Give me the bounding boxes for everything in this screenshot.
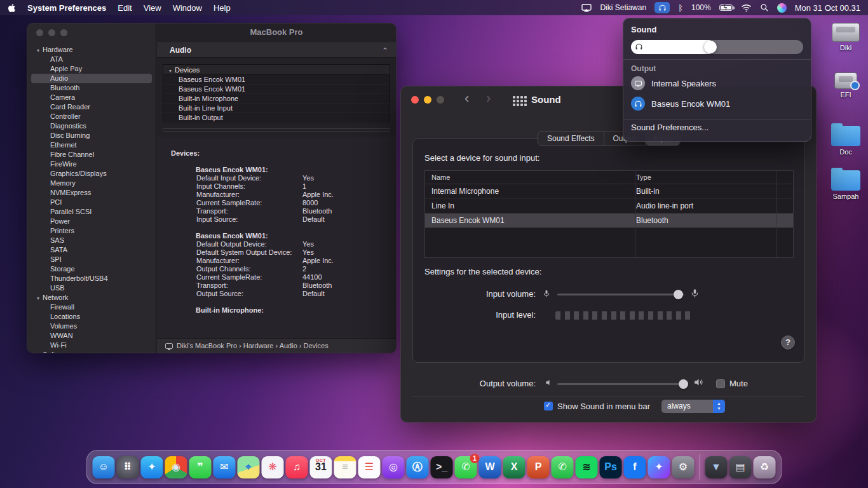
pane-splitter[interactable]	[163, 126, 390, 132]
dock-word[interactable]: W	[479, 456, 501, 478]
dock-music[interactable]: ♫	[286, 456, 308, 478]
column-header-name[interactable]: Name	[425, 171, 630, 184]
menubar-app-name[interactable]: System Preferences	[27, 3, 106, 13]
dock-external-drive[interactable]: ▤	[729, 456, 752, 478]
slider-knob[interactable]	[674, 290, 683, 299]
mute-checkbox[interactable]	[716, 379, 725, 388]
dock-notes[interactable]: ≡	[334, 456, 356, 478]
sidebar-item[interactable]: Thunderbolt/USB4	[31, 274, 152, 283]
table-row[interactable]: Line In Audio line-in port	[425, 199, 793, 214]
slider-knob[interactable]	[704, 41, 717, 53]
back-button[interactable]: ‹	[465, 90, 469, 107]
tree-group-devices[interactable]: Devices	[163, 65, 390, 75]
dock-reminders[interactable]: ☰	[358, 456, 381, 478]
tree-row[interactable]: Built-in Output	[163, 113, 390, 123]
dock-maps[interactable]: ⌖	[238, 456, 260, 478]
dock-powerpoint[interactable]: P	[527, 456, 550, 478]
menubar-menu[interactable]: Help	[214, 3, 231, 13]
dock-downloads[interactable]: ▼	[705, 456, 728, 478]
dock-photos[interactable]: ❋	[262, 456, 284, 478]
dock-spotify[interactable]: ≋	[576, 456, 598, 478]
close-button[interactable]	[411, 96, 419, 104]
sidebar-item[interactable]: ATA	[31, 55, 152, 64]
popover-volume-slider[interactable]	[631, 40, 803, 54]
column-divider[interactable]	[635, 171, 635, 257]
show-all-grid-icon[interactable]	[513, 96, 515, 98]
sidebar-item[interactable]: Memory	[31, 179, 152, 188]
table-row[interactable]: Baseus Encok WM01 Bluetooth	[425, 214, 793, 228]
dock-messenger[interactable]: ✦	[648, 456, 670, 478]
sidebar-item[interactable]: Storage	[31, 264, 152, 274]
dock-mail[interactable]: ✉	[214, 456, 236, 478]
close-button[interactable]	[36, 29, 43, 36]
screen-mirroring-icon[interactable]	[581, 4, 592, 12]
sidebar-item[interactable]: Card Reader	[31, 102, 152, 112]
sidebar-item[interactable]: Printers	[31, 226, 152, 236]
battery-icon[interactable]: ϟ	[719, 4, 733, 11]
sidebar-item[interactable]: USB	[31, 283, 152, 293]
menubar-menu[interactable]: Edit	[118, 3, 132, 13]
collapse-chevron-icon[interactable]: ⌃	[382, 44, 388, 58]
sidebar-item[interactable]: FireWire	[31, 159, 152, 169]
dock-terminal[interactable]: >_	[431, 456, 453, 478]
sidebar-item[interactable]: Locations	[31, 312, 152, 322]
menubar-user-name[interactable]: Diki Setiawan	[600, 3, 646, 12]
dock-messages[interactable]: ❞	[189, 456, 212, 478]
sidebar-item[interactable]: NVMExpress	[31, 188, 152, 198]
sidebar-item[interactable]: Ethernet	[31, 140, 152, 150]
apple-menu-icon[interactable]	[8, 3, 16, 13]
sidebar-item[interactable]: SAS	[31, 236, 152, 245]
menubar-menu[interactable]: Window	[173, 3, 202, 13]
desktop-icon-diki[interactable]: Diki	[825, 23, 867, 51]
dock-finder[interactable]: ☺	[93, 456, 115, 478]
dock-app-store[interactable]: Ⓐ	[407, 456, 429, 478]
popover-output-internal-speakers[interactable]: Internal Speakers	[631, 73, 803, 93]
show-sound-menubar-checkbox[interactable]	[544, 402, 553, 410]
help-button[interactable]: ?	[781, 336, 795, 349]
dock-podcasts[interactable]: ◎	[383, 456, 405, 478]
sidebar-item[interactable]: Firewall	[31, 302, 152, 312]
headphones-menu-icon[interactable]	[654, 2, 670, 13]
always-dropdown[interactable]: always ▲▼	[661, 400, 725, 413]
sidebar-item[interactable]: WWAN	[31, 331, 152, 341]
sidebar-item[interactable]: PCI	[31, 198, 152, 207]
sidebar-item[interactable]: Controller	[31, 112, 152, 121]
dock-facebook[interactable]: f	[624, 456, 646, 478]
tree-row[interactable]: Built-in Microphone	[163, 94, 390, 104]
minimize-button[interactable]	[48, 29, 55, 36]
menubar-menu[interactable]: View	[144, 3, 161, 13]
sidebar-item[interactable]: Graphics/Displays	[31, 169, 152, 179]
sidebar-item[interactable]: Fibre Channel	[31, 150, 152, 159]
sidebar-item[interactable]: Diagnostics	[31, 121, 152, 131]
sidebar-item[interactable]: SATA	[31, 245, 152, 255]
sidebar-item[interactable]: SPI	[31, 255, 152, 264]
audio-section-header[interactable]: Audio ⌃	[157, 43, 396, 58]
sidebar-item[interactable]: Bluetooth	[31, 83, 152, 93]
desktop-icon-efi[interactable]: EFI	[825, 72, 867, 98]
sidebar-item[interactable]: Wi-Fi	[31, 341, 152, 350]
dock-calendar[interactable]: OCT 31	[310, 456, 332, 478]
siri-icon[interactable]	[777, 3, 787, 13]
desktop-icon-doc[interactable]: Doc	[825, 123, 867, 156]
dock-system-preferences[interactable]: ⚙	[672, 456, 695, 478]
menubar-clock[interactable]: Mon 31 Oct 00.31	[795, 3, 860, 13]
dock-trash[interactable]: ♻	[754, 456, 776, 478]
sidebar-item[interactable]: Audio	[31, 74, 152, 83]
tab[interactable]: Sound Effects	[538, 132, 604, 146]
tree-row[interactable]: Baseus Encok WM01	[163, 85, 390, 94]
output-volume-slider[interactable]	[557, 379, 688, 389]
tree-row[interactable]: Built-in Line Input	[163, 104, 390, 113]
spotlight-search-icon[interactable]	[760, 3, 769, 12]
table-row[interactable]: Internal Microphone Built-in	[425, 184, 793, 199]
dock-whatsapp[interactable]: ✆	[552, 456, 574, 478]
sidebar-item[interactable]: Power	[31, 217, 152, 226]
dock-safari[interactable]: ✦	[141, 456, 163, 478]
minimize-button[interactable]	[424, 96, 431, 104]
sound-preferences-item[interactable]: Sound Preferences...	[631, 119, 803, 136]
sidebar-item[interactable]: Network	[31, 293, 152, 302]
sidebar-item[interactable]: Volumes	[31, 322, 152, 331]
sidebar-item[interactable]: Parallel SCSI	[31, 207, 152, 217]
popover-output-baseus[interactable]: Baseus Encok WM01	[631, 93, 803, 114]
desktop-icon-sampah[interactable]: Sampah	[825, 168, 867, 200]
tree-row[interactable]: Baseus Encok WM01	[163, 75, 390, 85]
